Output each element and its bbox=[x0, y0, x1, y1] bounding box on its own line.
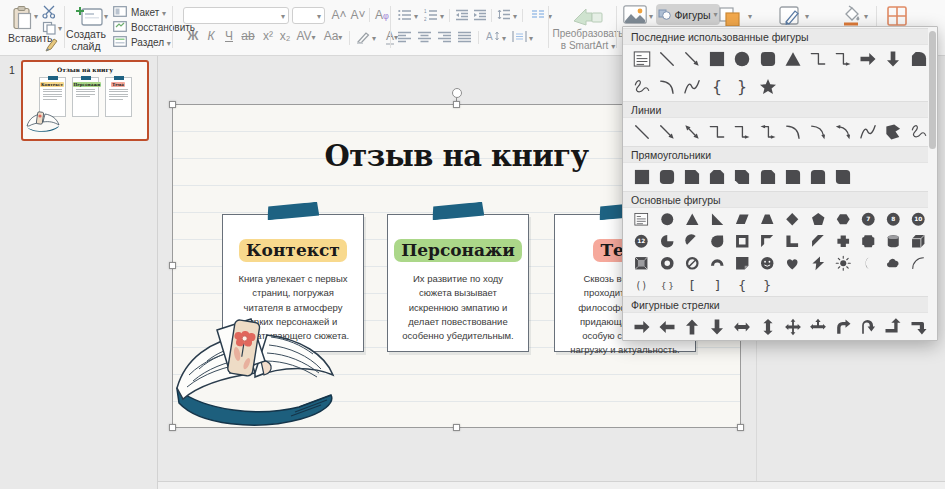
paste-chevron[interactable]: ▾ bbox=[34, 12, 38, 21]
superscript-button[interactable]: x² bbox=[259, 29, 277, 43]
shape-elbow-connector[interactable] bbox=[705, 120, 730, 144]
shapes-panel-scrollbar[interactable] bbox=[929, 29, 936, 338]
format-painter-icon[interactable] bbox=[44, 38, 59, 53]
shape-octagon[interactable]: 8 bbox=[881, 210, 906, 228]
shape-double-bracket[interactable]: ( ) bbox=[629, 276, 654, 294]
shape-u-turn-arrow[interactable] bbox=[856, 315, 881, 339]
shape-bent-down-arrow[interactable] bbox=[906, 315, 928, 339]
shape-double-arrow[interactable] bbox=[679, 120, 704, 144]
shape-snip-and-round-single-corner-rectangle[interactable] bbox=[755, 165, 780, 189]
new-slide-label[interactable]: Создать слайд bbox=[62, 28, 110, 52]
shape-heptagon[interactable]: 7 bbox=[856, 210, 881, 228]
increase-font-size-button[interactable]: A˄ bbox=[330, 8, 348, 22]
shape-left-bracket[interactable]: [ bbox=[679, 276, 704, 294]
shape-right-arrow[interactable] bbox=[856, 47, 881, 71]
resize-handle-n[interactable] bbox=[453, 101, 460, 108]
italic-button[interactable]: К bbox=[202, 29, 220, 43]
outline-chevron[interactable]: ▾ bbox=[805, 12, 809, 21]
rotation-handle[interactable] bbox=[452, 88, 462, 98]
shape-curve[interactable] bbox=[856, 120, 881, 144]
reset-slide-icon[interactable] bbox=[113, 21, 127, 32]
arrange-icon[interactable] bbox=[718, 6, 744, 28]
shape-diagonal-stripe[interactable] bbox=[805, 232, 830, 250]
shape-left-brace[interactable]: { bbox=[730, 276, 755, 294]
shape-right-arrow[interactable] bbox=[629, 315, 654, 339]
new-slide-icon[interactable] bbox=[76, 6, 104, 28]
shape-double-brace[interactable]: { } bbox=[654, 276, 679, 294]
shape-left-right-up-arrow[interactable] bbox=[805, 315, 830, 339]
scrollbar-thumb[interactable] bbox=[929, 31, 936, 149]
shape-rounded-rectangle[interactable] bbox=[654, 165, 679, 189]
shape-round-single-corner-rectangle[interactable] bbox=[780, 165, 805, 189]
shape-line[interactable] bbox=[654, 47, 679, 71]
shape-elbow-connector[interactable] bbox=[805, 47, 830, 71]
increase-indent-icon[interactable] bbox=[473, 9, 487, 21]
shape-no-symbol[interactable] bbox=[679, 254, 704, 272]
shape-rectangle[interactable] bbox=[629, 165, 654, 189]
shape-frame[interactable] bbox=[730, 232, 755, 250]
shape-arc[interactable] bbox=[906, 254, 928, 272]
fill-chevron[interactable]: ▾ bbox=[864, 12, 868, 21]
underline-button[interactable]: Ч bbox=[220, 29, 238, 43]
align-right-icon[interactable] bbox=[438, 31, 451, 43]
shape-pie[interactable] bbox=[654, 232, 679, 250]
font-name-select[interactable]: ▾ bbox=[183, 7, 289, 24]
bullet-list-icon[interactable] bbox=[398, 9, 412, 21]
shape-freeform[interactable] bbox=[881, 120, 906, 144]
shape-text-box[interactable] bbox=[629, 210, 654, 228]
font-size-select[interactable]: ▾ bbox=[292, 7, 325, 24]
insert-picture-icon[interactable] bbox=[623, 5, 647, 24]
slide-card-characters[interactable]: Персонажи Их развитие по ходу сюжета выз… bbox=[387, 214, 529, 352]
shape-smiley-face[interactable] bbox=[755, 254, 780, 272]
shape-down-arrow[interactable] bbox=[705, 315, 730, 339]
vertical-align-icon[interactable] bbox=[512, 30, 527, 43]
shape-bent-arrow[interactable] bbox=[831, 315, 856, 339]
shape-snip-single-corner-rectangle[interactable] bbox=[679, 165, 704, 189]
shape-text-box[interactable] bbox=[629, 47, 654, 71]
shape-curved-arrow-connector[interactable] bbox=[805, 120, 830, 144]
notes-pane[interactable] bbox=[158, 482, 945, 489]
shape-arrow[interactable] bbox=[654, 120, 679, 144]
columns-icon[interactable] bbox=[531, 9, 545, 21]
shape-rounded-rectangle[interactable] bbox=[755, 47, 780, 71]
smartart-icon[interactable] bbox=[572, 5, 604, 27]
shape-scribble[interactable] bbox=[906, 120, 928, 144]
section-icon[interactable] bbox=[113, 36, 127, 47]
section-label[interactable]: Раздел ▾ bbox=[131, 37, 171, 48]
shape-snip-diagonal-corner-rectangle[interactable] bbox=[730, 165, 755, 189]
shape-cloud[interactable] bbox=[881, 254, 906, 272]
shape-donut[interactable] bbox=[654, 254, 679, 272]
shape-parallelogram[interactable] bbox=[730, 210, 755, 228]
shape-trapezoid[interactable] bbox=[755, 210, 780, 228]
shape-rectangle[interactable] bbox=[705, 47, 730, 71]
bold-button[interactable]: Ж bbox=[184, 29, 202, 43]
shape-diamond[interactable] bbox=[780, 210, 805, 228]
align-center-icon[interactable] bbox=[418, 31, 431, 43]
shape-isosceles-triangle[interactable] bbox=[780, 47, 805, 71]
shape-snip-round-corner-rectangle[interactable] bbox=[906, 47, 928, 71]
resize-handle-w[interactable] bbox=[169, 262, 176, 269]
shape-folded-corner[interactable] bbox=[730, 254, 755, 272]
shape-regular-pentagon[interactable] bbox=[805, 210, 830, 228]
shape-plaque[interactable] bbox=[856, 232, 881, 250]
strikethrough-button[interactable]: ab bbox=[239, 29, 257, 43]
resize-handle-se[interactable] bbox=[737, 424, 744, 431]
decrease-indent-icon[interactable] bbox=[455, 9, 469, 21]
shape-oval[interactable] bbox=[654, 210, 679, 228]
shape-block-arc[interactable] bbox=[705, 254, 730, 272]
shape-round-same-side-corner-rectangle[interactable] bbox=[805, 165, 830, 189]
clear-formatting-button[interactable]: Aφ bbox=[373, 8, 391, 22]
shape-right-bracket[interactable]: ] bbox=[705, 276, 730, 294]
shape-chord[interactable] bbox=[679, 232, 704, 250]
paste-clipboard-icon[interactable] bbox=[12, 5, 34, 31]
change-case-button[interactable]: Aa▾ bbox=[321, 29, 345, 43]
numbered-list-icon[interactable]: 12 bbox=[424, 9, 438, 21]
arrange-chevron[interactable]: ▾ bbox=[748, 12, 752, 21]
new-slide-chevron[interactable]: ▾ bbox=[104, 12, 108, 21]
shape-elbow-arrow-connector[interactable] bbox=[831, 47, 856, 71]
character-spacing-button[interactable]: AV▾ bbox=[294, 29, 318, 43]
shape-lightning-bolt[interactable] bbox=[805, 254, 830, 272]
shape-left-right-arrow[interactable] bbox=[730, 315, 755, 339]
shape-left-arrow[interactable] bbox=[654, 315, 679, 339]
text-direction-icon[interactable]: A bbox=[486, 30, 500, 43]
